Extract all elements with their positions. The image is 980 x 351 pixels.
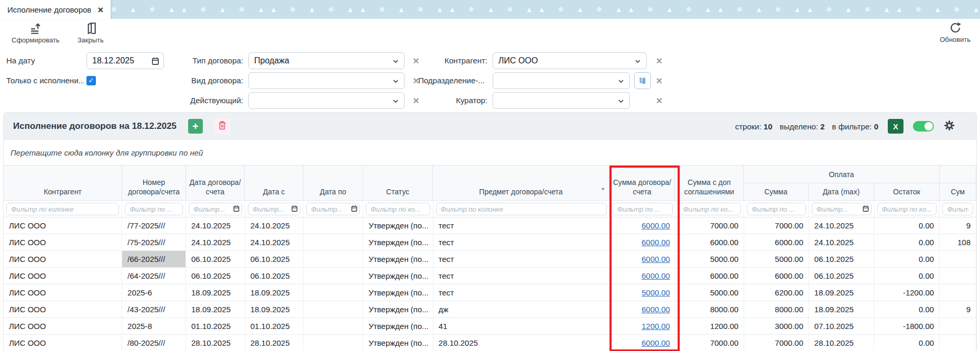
filter-payment-amount-input[interactable] [747, 203, 806, 215]
calendar-icon[interactable] [151, 57, 160, 68]
close-button[interactable]: Закрыть [78, 21, 104, 44]
column-header-payment-amount[interactable]: Сумма [744, 183, 809, 201]
contract-amount-link[interactable]: 6000.00 [641, 271, 670, 280]
cell-payment-amount: 8000.00 [744, 301, 809, 317]
cell-contract-amount: 5000.00 [610, 284, 676, 301]
column-header-remainder[interactable]: Остаток [874, 183, 940, 201]
cell-payment-date-max: 06.10.2025 [809, 251, 875, 267]
cell-contract-amount: 6000.00 [610, 251, 676, 267]
filter-contract-amount-input[interactable] [613, 203, 673, 215]
export-excel-button[interactable]: X [888, 119, 903, 134]
cell-contract-date: 24.10.2025 [186, 217, 245, 234]
cell-subject: дж [433, 301, 610, 317]
chevron-down-icon [391, 97, 400, 107]
contract-amount-link[interactable]: 6000.00 [641, 305, 670, 314]
column-header-subject[interactable]: Предмет договора/счета ▼ [433, 166, 609, 201]
clear-counterparty-icon[interactable]: × [656, 56, 662, 66]
column-header-sum-cut[interactable]: Сум [940, 183, 976, 201]
column-group-payment-label[interactable]: Оплата [744, 166, 940, 183]
table-row[interactable]: ЛИС ООО /43-2025/// 18.09.2025 18.09.202… [4, 301, 976, 318]
cell-date-from: 06.10.2025 [245, 268, 304, 284]
cell-date-to [303, 251, 363, 267]
cell-date-from: 06.10.2025 [245, 251, 304, 267]
filter-status-input[interactable] [366, 203, 430, 215]
column-header-contract-date[interactable]: Дата договора/счета [186, 166, 245, 201]
tab-close-icon[interactable]: × [97, 5, 103, 15]
cell-date-from: 18.09.2025 [245, 301, 304, 317]
cell-contract-date: 18.09.2025 [186, 301, 245, 317]
column-header-contract-amount[interactable]: Сумма договора/счета [609, 166, 676, 201]
table-row[interactable]: ЛИС ООО 2025-8 01.10.2025 01.10.2025 Утв… [4, 318, 976, 335]
cell-contract-date: 24.10.2025 [186, 234, 245, 250]
table-row[interactable]: ЛИС ООО /66-2025/// 06.10.2025 06.10.202… [4, 251, 976, 268]
calendar-icon[interactable] [291, 205, 298, 214]
contract-amount-link[interactable]: 5000.00 [641, 288, 670, 297]
active-select[interactable] [248, 92, 405, 109]
add-row-button[interactable]: + [188, 119, 203, 134]
column-header-date-to[interactable]: Дата по [303, 166, 363, 201]
table-row[interactable]: ЛИС ООО /75-2025/// 24.10.2025 24.10.202… [4, 234, 976, 251]
table-row[interactable]: ЛИС ООО /77-2025/// 24.10.2025 24.10.202… [4, 217, 976, 234]
filter-counterparty-input[interactable] [6, 203, 119, 215]
rows-count: 10 [764, 122, 772, 131]
column-header-payment-date-max[interactable]: Дата (max) [809, 183, 874, 201]
panel-title: Исполнение договоров на 18.12.2025 [13, 121, 177, 131]
contract-kind-select[interactable] [248, 72, 405, 89]
cell-subject: тест [433, 234, 610, 250]
calendar-icon[interactable] [233, 205, 240, 214]
groupby-dropzone[interactable]: Перетащите сюда колонку для группировки … [4, 140, 976, 165]
filter-sum-cut-input[interactable] [942, 203, 973, 215]
only-executed-label: Только с исполнени... [6, 72, 84, 89]
counterparty-select[interactable]: ЛИС ООО [493, 52, 647, 69]
column-header-number[interactable]: Номер договора/счета [122, 166, 186, 201]
filter-number-input[interactable] [125, 203, 183, 215]
contract-amount-link[interactable]: 6000.00 [641, 338, 670, 347]
only-executed-checkbox[interactable]: ✓ [86, 76, 96, 85]
cell-subject: тест [433, 217, 610, 234]
refresh-button[interactable]: Обновить [940, 21, 971, 43]
cell-date-from: 01.10.2025 [245, 318, 304, 334]
filter-amount-addendums-input[interactable] [679, 203, 742, 215]
column-header-counterparty[interactable]: Контрагент [4, 166, 122, 201]
contract-type-label: Тип договора: [168, 52, 243, 69]
clear-department-icon[interactable]: × [656, 75, 662, 86]
toggle-switch[interactable] [913, 121, 934, 131]
generate-button[interactable]: Сформировать [12, 21, 60, 44]
clear-curator-icon[interactable]: × [656, 95, 662, 106]
cell-date-from: 24.10.2025 [245, 234, 304, 250]
cell-payment-date-max: 18.09.2025 [809, 284, 875, 301]
on-date-input[interactable] [92, 56, 149, 65]
cell-contract-amount: 6000.00 [610, 335, 676, 351]
department-tree-button[interactable] [634, 72, 651, 89]
contract-amount-link[interactable]: 6000.00 [641, 238, 670, 247]
filter-subject-input[interactable] [436, 203, 607, 215]
curator-select[interactable] [493, 92, 630, 109]
cell-status: Утвержден (по... [363, 234, 433, 250]
settings-button[interactable] [943, 119, 955, 134]
cell-sum-cut: 9 [940, 217, 976, 234]
calendar-icon[interactable] [862, 205, 869, 214]
calendar-icon[interactable] [351, 205, 358, 214]
column-header-date-from[interactable]: Дата с [245, 166, 303, 201]
cell-date-to [303, 318, 363, 334]
table-row[interactable]: ЛИС ООО /80-2025/// 28.10.2025 28.10.202… [4, 335, 976, 351]
filter-remainder-input[interactable] [877, 203, 937, 215]
contract-type-select[interactable]: Продажа [248, 52, 405, 69]
cell-amount-addendums: 8000.00 [676, 301, 744, 317]
table-row[interactable]: ЛИС ООО /64-2025/// 06.10.2025 06.10.202… [4, 268, 976, 284]
delete-row-button[interactable] [214, 118, 230, 134]
cell-payment-date-max: 24.10.2025 [809, 234, 875, 250]
department-select[interactable] [493, 72, 630, 89]
chevron-down-icon [391, 57, 400, 68]
contract-amount-link[interactable]: 6000.00 [641, 221, 670, 230]
contract-amount-link[interactable]: 6000.00 [641, 255, 670, 264]
table-row[interactable]: ЛИС ООО 2025-6 18.09.2025 18.09.2025 Утв… [4, 284, 976, 301]
rows-count-label: строки: [735, 122, 761, 131]
cell-contract-date: 28.10.2025 [186, 335, 245, 351]
filter-area: На дату Только с исполнени... ✓ Тип дого… [0, 46, 980, 112]
column-header-status[interactable]: Статус [363, 166, 433, 201]
cell-sum-cut [940, 318, 976, 334]
column-header-amount-with-addendums[interactable]: Сумма с доп соглашениями [675, 166, 744, 201]
tab-contract-execution[interactable]: Исполнение договоров × [0, 0, 111, 19]
contract-amount-link[interactable]: 1200.00 [641, 322, 670, 331]
